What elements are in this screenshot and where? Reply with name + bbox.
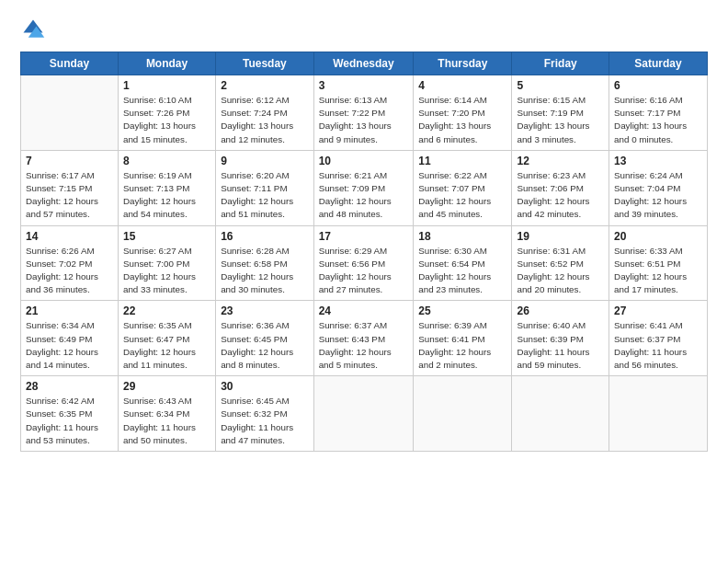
calendar-cell: 24Sunrise: 6:37 AM Sunset: 6:43 PM Dayli…: [313, 301, 414, 376]
logo-icon: [20, 17, 46, 42]
day-info: Sunrise: 6:33 AM Sunset: 6:51 PM Dayligh…: [614, 245, 702, 297]
day-number: 25: [418, 304, 506, 317]
day-number: 7: [26, 155, 113, 167]
calendar-cell: 21Sunrise: 6:34 AM Sunset: 6:49 PM Dayli…: [21, 301, 119, 376]
calendar-cell: 9Sunrise: 6:20 AM Sunset: 7:11 PM Daylig…: [216, 150, 313, 225]
calendar-cell: 12Sunrise: 6:23 AM Sunset: 7:06 PM Dayli…: [512, 150, 609, 225]
day-info: Sunrise: 6:14 AM Sunset: 7:20 PM Dayligh…: [418, 94, 506, 146]
day-info: Sunrise: 6:16 AM Sunset: 7:17 PM Dayligh…: [614, 94, 702, 146]
calendar-cell: 26Sunrise: 6:40 AM Sunset: 6:39 PM Dayli…: [512, 301, 609, 376]
calendar-week-row: 21Sunrise: 6:34 AM Sunset: 6:49 PM Dayli…: [21, 301, 708, 376]
calendar-cell: [313, 376, 414, 452]
day-info: Sunrise: 6:21 AM Sunset: 7:09 PM Dayligh…: [319, 169, 409, 222]
page: SundayMondayTuesdayWednesdayThursdayFrid…: [0, 0, 728, 563]
calendar-table: SundayMondayTuesdayWednesdayThursdayFrid…: [20, 52, 708, 452]
calendar-cell: 23Sunrise: 6:36 AM Sunset: 6:45 PM Dayli…: [216, 301, 313, 376]
day-of-week-header: Monday: [118, 52, 215, 75]
calendar-cell: 8Sunrise: 6:19 AM Sunset: 7:13 PM Daylig…: [118, 150, 215, 225]
day-number: 6: [614, 79, 702, 92]
day-number: 21: [26, 304, 113, 317]
day-info: Sunrise: 6:35 AM Sunset: 6:47 PM Dayligh…: [123, 319, 210, 372]
day-info: Sunrise: 6:41 AM Sunset: 6:37 PM Dayligh…: [614, 319, 702, 372]
day-info: Sunrise: 6:39 AM Sunset: 6:41 PM Dayligh…: [418, 319, 506, 372]
day-info: Sunrise: 6:45 AM Sunset: 6:32 PM Dayligh…: [221, 395, 308, 447]
calendar-cell: 19Sunrise: 6:31 AM Sunset: 6:52 PM Dayli…: [512, 225, 609, 301]
day-number: 4: [418, 79, 506, 92]
calendar-header-row: SundayMondayTuesdayWednesdayThursdayFrid…: [21, 52, 708, 75]
day-number: 8: [123, 155, 210, 167]
day-info: Sunrise: 6:43 AM Sunset: 6:34 PM Dayligh…: [123, 395, 210, 447]
calendar-cell: 20Sunrise: 6:33 AM Sunset: 6:51 PM Dayli…: [609, 225, 708, 301]
day-info: Sunrise: 6:20 AM Sunset: 7:11 PM Dayligh…: [221, 169, 308, 222]
day-number: 9: [221, 155, 308, 167]
day-number: 16: [221, 230, 308, 243]
calendar-week-row: 14Sunrise: 6:26 AM Sunset: 7:02 PM Dayli…: [21, 225, 708, 301]
day-number: 18: [418, 230, 506, 243]
day-of-week-header: Tuesday: [216, 52, 313, 75]
day-of-week-header: Wednesday: [313, 52, 414, 75]
day-number: 27: [614, 304, 702, 317]
calendar-cell: 5Sunrise: 6:15 AM Sunset: 7:19 PM Daylig…: [512, 75, 609, 151]
calendar-cell: [414, 376, 512, 452]
day-number: 12: [517, 155, 604, 167]
day-of-week-header: Sunday: [21, 52, 119, 75]
calendar-cell: 15Sunrise: 6:27 AM Sunset: 7:00 PM Dayli…: [118, 225, 215, 301]
calendar-week-row: 7Sunrise: 6:17 AM Sunset: 7:15 PM Daylig…: [21, 150, 708, 225]
day-number: 10: [319, 155, 409, 167]
calendar-cell: 2Sunrise: 6:12 AM Sunset: 7:24 PM Daylig…: [216, 75, 313, 151]
day-number: 20: [614, 230, 702, 243]
day-number: 29: [123, 380, 210, 393]
day-number: 26: [517, 304, 604, 317]
day-of-week-header: Saturday: [609, 52, 708, 75]
day-info: Sunrise: 6:10 AM Sunset: 7:26 PM Dayligh…: [123, 94, 210, 146]
calendar-cell: 22Sunrise: 6:35 AM Sunset: 6:47 PM Dayli…: [118, 301, 215, 376]
day-info: Sunrise: 6:30 AM Sunset: 6:54 PM Dayligh…: [418, 245, 506, 297]
day-info: Sunrise: 6:37 AM Sunset: 6:43 PM Dayligh…: [319, 319, 409, 372]
calendar-cell: 18Sunrise: 6:30 AM Sunset: 6:54 PM Dayli…: [414, 225, 512, 301]
day-info: Sunrise: 6:15 AM Sunset: 7:19 PM Dayligh…: [517, 94, 604, 146]
calendar-cell: 4Sunrise: 6:14 AM Sunset: 7:20 PM Daylig…: [414, 75, 512, 151]
day-info: Sunrise: 6:17 AM Sunset: 7:15 PM Dayligh…: [26, 169, 113, 222]
calendar-cell: 11Sunrise: 6:22 AM Sunset: 7:07 PM Dayli…: [414, 150, 512, 225]
day-info: Sunrise: 6:42 AM Sunset: 6:35 PM Dayligh…: [26, 395, 113, 447]
calendar-cell: 1Sunrise: 6:10 AM Sunset: 7:26 PM Daylig…: [118, 75, 215, 151]
day-number: 15: [123, 230, 210, 243]
day-info: Sunrise: 6:26 AM Sunset: 7:02 PM Dayligh…: [26, 245, 113, 297]
calendar-cell: 29Sunrise: 6:43 AM Sunset: 6:34 PM Dayli…: [118, 376, 215, 452]
day-number: 17: [319, 230, 409, 243]
day-number: 1: [123, 79, 210, 92]
calendar-cell: [21, 75, 119, 151]
calendar-cell: 10Sunrise: 6:21 AM Sunset: 7:09 PM Dayli…: [313, 150, 414, 225]
calendar-cell: [609, 376, 708, 452]
calendar-cell: 6Sunrise: 6:16 AM Sunset: 7:17 PM Daylig…: [609, 75, 708, 151]
day-info: Sunrise: 6:24 AM Sunset: 7:04 PM Dayligh…: [614, 169, 702, 222]
calendar-cell: 17Sunrise: 6:29 AM Sunset: 6:56 PM Dayli…: [313, 225, 414, 301]
day-info: Sunrise: 6:40 AM Sunset: 6:39 PM Dayligh…: [517, 319, 604, 372]
day-info: Sunrise: 6:34 AM Sunset: 6:49 PM Dayligh…: [26, 319, 113, 372]
day-number: 30: [221, 380, 308, 393]
day-info: Sunrise: 6:12 AM Sunset: 7:24 PM Dayligh…: [221, 94, 308, 146]
calendar-cell: 28Sunrise: 6:42 AM Sunset: 6:35 PM Dayli…: [21, 376, 119, 452]
calendar-cell: 14Sunrise: 6:26 AM Sunset: 7:02 PM Dayli…: [21, 225, 119, 301]
day-info: Sunrise: 6:27 AM Sunset: 7:00 PM Dayligh…: [123, 245, 210, 297]
calendar-cell: 3Sunrise: 6:13 AM Sunset: 7:22 PM Daylig…: [313, 75, 414, 151]
day-number: 13: [614, 155, 702, 167]
day-info: Sunrise: 6:36 AM Sunset: 6:45 PM Dayligh…: [221, 319, 308, 372]
day-info: Sunrise: 6:31 AM Sunset: 6:52 PM Dayligh…: [517, 245, 604, 297]
calendar-week-row: 1Sunrise: 6:10 AM Sunset: 7:26 PM Daylig…: [21, 75, 708, 151]
calendar-cell: 16Sunrise: 6:28 AM Sunset: 6:58 PM Dayli…: [216, 225, 313, 301]
day-number: 23: [221, 304, 308, 317]
day-number: 24: [319, 304, 409, 317]
day-info: Sunrise: 6:19 AM Sunset: 7:13 PM Dayligh…: [123, 169, 210, 222]
logo: [20, 17, 50, 42]
day-info: Sunrise: 6:28 AM Sunset: 6:58 PM Dayligh…: [221, 245, 308, 297]
day-of-week-header: Thursday: [414, 52, 512, 75]
day-number: 2: [221, 79, 308, 92]
calendar-cell: 27Sunrise: 6:41 AM Sunset: 6:37 PM Dayli…: [609, 301, 708, 376]
day-info: Sunrise: 6:22 AM Sunset: 7:07 PM Dayligh…: [418, 169, 506, 222]
day-number: 5: [517, 79, 604, 92]
day-number: 14: [26, 230, 113, 243]
header: [20, 17, 708, 42]
day-info: Sunrise: 6:23 AM Sunset: 7:06 PM Dayligh…: [517, 169, 604, 222]
day-number: 28: [26, 380, 113, 393]
